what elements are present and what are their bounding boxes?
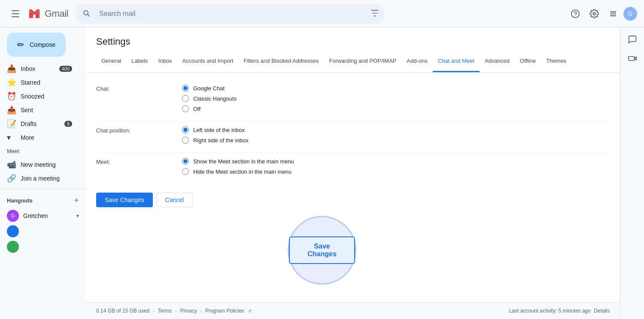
save-button[interactable]: Save Changes [96,193,153,207]
sidebar-item-new-meeting[interactable]: 📹 New meeting [0,158,79,172]
footer-right: Last account activity: 5 minutes ago Det… [509,308,610,314]
svg-point-9 [611,15,612,16]
settings-nav: General Labels Inbox Accounts and Import… [86,51,620,73]
footer-link-details[interactable]: Details [594,308,610,314]
hangout-item-gretchen[interactable]: G Gretchen ▾ [0,208,86,224]
svg-point-11 [614,15,616,16]
chat-option-google-chat[interactable]: Google Chat [182,85,610,92]
compose-label: Compose [30,41,55,48]
right-panel-chat-button[interactable] [624,31,641,48]
sidebar-item-snoozed[interactable]: ⏰ Snoozed [0,89,79,103]
meet-section: 📹 New meeting 🔗 Join a meeting [0,158,86,185]
sidebar-item-drafts[interactable]: 📝 Drafts 8 [0,117,79,131]
meet-row-content: Show the Meet section in the main menu H… [182,158,610,178]
tab-chat[interactable]: Chat and Meet [433,51,480,72]
footer-left: 0.14 GB of 15 GB used · Terms · Privacy … [96,308,252,314]
sidebar-item-more[interactable]: ▾ More [0,131,79,144]
search-options-button[interactable] [371,9,379,18]
zoom-overlay: Save Changes [288,216,356,285]
svg-point-8 [614,13,616,15]
sidebar-item-label-snoozed: Snoozed [21,93,72,100]
chat-position-right[interactable]: Right side of the inbox [182,137,610,144]
footer-link-privacy[interactable]: Privacy [180,308,197,314]
right-panel [620,28,644,319]
chat-position-label-left: Left side of the inbox [193,127,245,133]
search-input[interactable] [75,4,384,24]
footer-separator-1: · [153,308,154,314]
svg-rect-12 [628,56,634,60]
drafts-badge: 8 [64,121,72,127]
chat-radio-off[interactable] [182,105,189,112]
meet-option-show[interactable]: Show the Meet section in the main menu [182,158,610,165]
chat-position-left[interactable]: Left side of the inbox [182,126,610,133]
starred-icon: ⭐ [7,78,15,87]
sidebar-item-label-inbox: Inbox [21,65,59,72]
inbox-icon: 📥 [7,64,15,74]
hangouts-label: Hangouts [7,197,70,204]
chat-radio-google-chat[interactable] [182,85,189,92]
help-button[interactable] [567,5,584,22]
meet-row-label: Meet: [96,158,182,178]
tab-addons[interactable]: Add-ons [401,51,432,72]
hangout-item-3[interactable] [0,239,86,255]
sidebar-item-join-meeting[interactable]: 🔗 Join a meeting [0,172,79,185]
hangout-item-2[interactable] [0,224,86,239]
footer-link-program-policies[interactable]: Program Policies [205,308,244,314]
tab-labels[interactable]: Labels [126,51,153,72]
save-changes-highlighted-button[interactable]: Save Changes [289,236,355,264]
chat-option-label-classic-hangouts: Classic Hangouts [193,95,237,102]
compose-icon: ✏ [17,40,24,50]
tab-themes[interactable]: Themes [541,51,571,72]
sidebar-item-label-starred: Starred [21,79,72,86]
hangouts-header: Hangouts + [0,193,86,208]
tab-offline[interactable]: Offline [515,51,541,72]
tab-forwarding[interactable]: Forwarding and POP/IMAP [324,51,401,72]
meet-radio-hide[interactable] [182,168,189,175]
tab-filters[interactable]: Filters and Blocked Addresses [239,51,324,72]
hangout-avatar-gretchen: G [7,210,19,222]
hangouts-add-button[interactable]: + [70,194,82,206]
chat-position-content: Left side of the inbox Right side of the… [182,126,610,147]
hamburger-button[interactable] [7,5,24,22]
hangouts-section: Hangouts + G Gretchen ▾ [0,189,86,255]
chat-position-label: Chat position: [96,126,182,147]
svg-point-4 [612,11,614,12]
footer-separator-2: · [175,308,176,314]
compose-button[interactable]: ✏ Compose [7,33,66,57]
settings-title: Settings [86,28,620,51]
sidebar-item-starred[interactable]: ⭐ Starred [0,76,79,89]
gmail-logo[interactable]: Gmail [26,8,68,20]
join-meeting-icon: 🔗 [7,174,15,183]
tab-advanced[interactable]: Advanced [480,51,515,72]
storage-text: 0.14 GB of 15 GB used [96,308,149,314]
settings-button[interactable] [586,5,603,22]
right-panel-meet-button[interactable] [624,50,641,67]
new-meeting-icon: 📹 [7,160,15,169]
chat-option-off[interactable]: Off [182,105,610,112]
cancel-button[interactable]: Cancel [156,193,193,207]
search-icon [82,9,91,18]
chat-option-classic-hangouts[interactable]: Classic Hangouts [182,95,610,102]
sidebar-item-label-sent: Sent [21,107,72,113]
hangout-chevron-icon: ▾ [76,213,79,219]
tab-inbox[interactable]: Inbox [153,51,177,72]
drafts-icon: 📝 [7,119,15,129]
avatar[interactable]: G [623,7,637,21]
chat-radio-classic-hangouts[interactable] [182,95,189,102]
hamburger-icon [12,10,19,17]
sidebar-item-inbox[interactable]: 📥 Inbox 400 [0,62,79,76]
apps-button[interactable] [605,5,622,22]
sidebar: ✏ Compose 📥 Inbox 400 ⭐ Starred ⏰ Snooze… [0,28,86,319]
meet-row: Meet: Show the Meet section in the main … [96,153,610,184]
sidebar-item-label-more: More [21,134,72,141]
chat-position-radio-right[interactable] [182,137,189,144]
meet-radio-show[interactable] [182,158,189,165]
svg-point-10 [612,15,614,16]
action-buttons: Save Changes Cancel [96,193,610,207]
meet-option-hide[interactable]: Hide the Meet section in the main menu [182,168,610,175]
sidebar-item-sent[interactable]: 📤 Sent [0,103,79,117]
chat-position-radio-left[interactable] [182,126,189,133]
tab-general[interactable]: General [96,51,126,72]
footer-link-terms[interactable]: Terms [158,308,172,314]
tab-accounts[interactable]: Accounts and Import [177,51,238,72]
